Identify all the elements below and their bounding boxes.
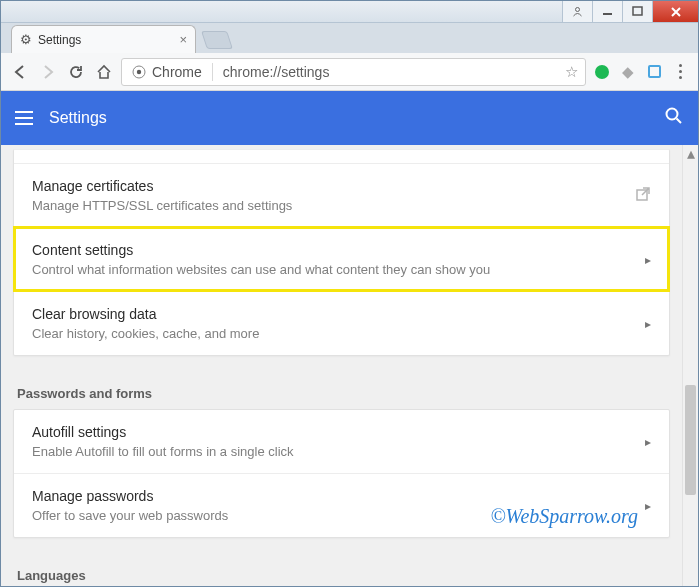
svg-rect-2 (633, 7, 642, 15)
row-subtitle: Offer to save your web passwords (32, 508, 635, 523)
os-minimize-button[interactable] (592, 1, 622, 22)
os-user-icon[interactable] (562, 1, 592, 22)
back-button[interactable] (9, 61, 31, 83)
scroll-up-arrow[interactable]: ▴ (683, 145, 698, 161)
home-button[interactable] (93, 61, 115, 83)
close-tab-icon[interactable]: × (179, 32, 187, 47)
tab-title: Settings (38, 33, 173, 47)
os-close-button[interactable] (652, 1, 698, 22)
row-content-settings[interactable]: Content settings Control what informatio… (14, 227, 669, 291)
row-subtitle: Enable Autofill to fill out forms in a s… (32, 444, 635, 459)
omnibox-url: chrome://settings (213, 64, 557, 80)
chevron-right-icon: ▸ (635, 499, 651, 513)
tab-strip: ⚙ Settings × (1, 23, 698, 53)
truncated-row (14, 149, 669, 163)
chevron-right-icon: ▸ (635, 435, 651, 449)
svg-point-0 (576, 8, 580, 12)
chrome-logo-icon (132, 65, 146, 79)
bookmark-star-icon[interactable]: ☆ (557, 63, 585, 81)
extension-grey-icon[interactable]: ◆ (618, 62, 638, 82)
os-titlebar (1, 1, 698, 23)
row-subtitle: Control what information websites can us… (32, 262, 635, 277)
os-maximize-button[interactable] (622, 1, 652, 22)
omnibox[interactable]: Chrome chrome://settings ☆ (121, 58, 586, 86)
omnibox-origin-label: Chrome (152, 64, 202, 80)
extension-blue-icon[interactable] (644, 62, 664, 82)
forward-button (37, 61, 59, 83)
reload-button[interactable] (65, 61, 87, 83)
browser-tab-settings[interactable]: ⚙ Settings × (11, 25, 196, 53)
settings-header: Settings (1, 91, 698, 145)
row-subtitle: Manage HTTPS/SSL certificates and settin… (32, 198, 635, 213)
row-title: Content settings (32, 242, 635, 258)
svg-rect-1 (603, 13, 612, 15)
omnibox-origin: Chrome (122, 59, 212, 85)
extension-green-icon[interactable] (592, 62, 612, 82)
chevron-right-icon: ▸ (635, 253, 651, 267)
vertical-scrollbar[interactable]: ▴ (682, 145, 698, 586)
scroll-thumb[interactable] (685, 385, 696, 495)
browser-toolbar: Chrome chrome://settings ☆ ◆ (1, 53, 698, 91)
row-clear-browsing-data[interactable]: Clear browsing data Clear history, cooki… (14, 291, 669, 355)
content-area: Manage certificates Manage HTTPS/SSL cer… (1, 145, 698, 586)
gear-icon: ⚙ (20, 33, 32, 46)
row-autofill-settings[interactable]: Autofill settings Enable Autofill to fil… (14, 410, 669, 473)
svg-point-5 (667, 109, 678, 120)
chevron-right-icon: ▸ (635, 317, 651, 331)
privacy-card: Manage certificates Manage HTTPS/SSL cer… (13, 149, 670, 356)
row-title: Autofill settings (32, 424, 635, 440)
passwords-card: Autofill settings Enable Autofill to fil… (13, 409, 670, 538)
new-tab-button[interactable] (201, 31, 233, 49)
row-title: Manage passwords (32, 488, 635, 504)
menu-icon[interactable] (15, 111, 33, 125)
row-subtitle: Clear history, cookies, cache, and more (32, 326, 635, 341)
external-link-icon (635, 186, 651, 206)
section-languages-label: Languages (13, 554, 670, 586)
row-manage-passwords[interactable]: Manage passwords Offer to save your web … (14, 473, 669, 537)
row-title: Manage certificates (32, 178, 635, 194)
row-title: Clear browsing data (32, 306, 635, 322)
row-manage-certificates[interactable]: Manage certificates Manage HTTPS/SSL cer… (14, 163, 669, 227)
search-icon[interactable] (664, 106, 684, 130)
svg-point-4 (137, 69, 141, 73)
browser-window: ⚙ Settings × Chrome chrome://settings ☆ … (0, 0, 699, 587)
page-title: Settings (49, 109, 648, 127)
browser-menu-button[interactable] (670, 64, 690, 79)
settings-content: Manage certificates Manage HTTPS/SSL cer… (1, 145, 682, 586)
section-passwords-label: Passwords and forms (13, 372, 670, 411)
